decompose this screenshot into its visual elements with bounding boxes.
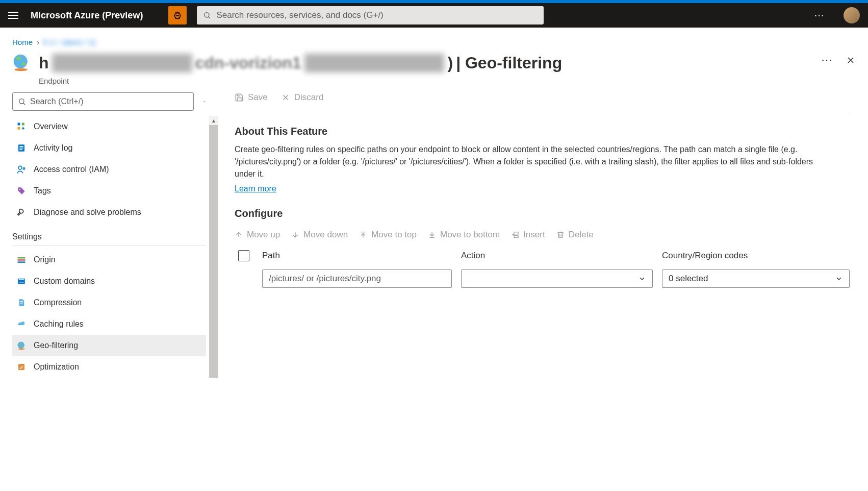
sidebar-item-overview[interactable]: Overview bbox=[12, 116, 206, 137]
action-select[interactable] bbox=[461, 269, 653, 288]
breadcrumb-item-obscured[interactable]: h 1 / bbox=[43, 38, 58, 46]
column-path: Path bbox=[262, 251, 452, 261]
svg-rect-22 bbox=[20, 303, 23, 304]
save-icon bbox=[235, 93, 244, 102]
sidebar-item-access-control[interactable]: Access control (IAM) bbox=[12, 159, 206, 180]
avatar[interactable] bbox=[844, 7, 860, 23]
save-button[interactable]: Save bbox=[235, 92, 268, 103]
about-heading: About This Feature bbox=[235, 126, 850, 137]
svg-rect-26 bbox=[514, 232, 518, 234]
about-description: Create geo-filtering rules on specific p… bbox=[235, 143, 821, 180]
arrow-up-icon bbox=[235, 231, 243, 239]
move-down-button[interactable]: Move down bbox=[291, 230, 348, 240]
sidebar-item-label: Caching rules bbox=[34, 320, 84, 329]
access-control-icon bbox=[16, 164, 27, 175]
geo-filtering-icon bbox=[16, 340, 27, 351]
move-to-top-button[interactable]: Move to top bbox=[359, 230, 417, 240]
tags-icon bbox=[16, 186, 27, 196]
sidebar: Overview Activity log Access control (IA… bbox=[12, 92, 206, 378]
insert-icon bbox=[511, 231, 519, 239]
sidebar-item-compression[interactable]: Compression bbox=[12, 292, 206, 313]
sidebar-item-label: Optimization bbox=[34, 362, 79, 372]
sidebar-item-caching-rules[interactable]: Caching rules bbox=[12, 313, 206, 335]
sidebar-item-label: Access control (IAM) bbox=[34, 165, 109, 174]
svg-rect-5 bbox=[18, 123, 20, 126]
arrow-to-bottom-icon bbox=[428, 231, 436, 239]
global-search-input[interactable] bbox=[216, 10, 538, 20]
debug-button[interactable] bbox=[168, 6, 187, 24]
svg-rect-7 bbox=[18, 127, 20, 130]
breadcrumb-item-obscured-2[interactable]: izion1 / 1) bbox=[62, 38, 95, 46]
close-icon[interactable] bbox=[846, 55, 856, 65]
svg-rect-11 bbox=[19, 149, 22, 150]
discard-button[interactable]: Discard bbox=[281, 92, 324, 103]
sidebar-search-box bbox=[12, 92, 194, 111]
sidebar-item-geo-filtering[interactable]: Geo-filtering bbox=[12, 335, 206, 356]
svg-point-1 bbox=[205, 13, 209, 17]
svg-rect-16 bbox=[18, 259, 25, 261]
sidebar-section-settings: Settings bbox=[12, 223, 206, 246]
sidebar-item-custom-domains[interactable]: www Custom domains bbox=[12, 271, 206, 292]
sidebar-item-label: Tags bbox=[34, 186, 51, 195]
title-more-button[interactable]: ⋯ bbox=[821, 54, 833, 67]
delete-button[interactable]: Delete bbox=[556, 230, 594, 240]
insert-button[interactable]: Insert bbox=[511, 230, 545, 240]
hamburger-menu-icon[interactable] bbox=[8, 9, 20, 21]
svg-rect-9 bbox=[19, 146, 23, 147]
region-select[interactable]: 0 selected bbox=[662, 269, 850, 288]
svg-rect-17 bbox=[18, 261, 25, 263]
sidebar-search-input[interactable] bbox=[30, 97, 188, 106]
column-region: Country/Region codes bbox=[662, 251, 850, 261]
sidebar-item-label: Geo-filtering bbox=[34, 341, 78, 350]
svg-rect-27 bbox=[514, 235, 518, 237]
sidebar-item-label: Activity log bbox=[34, 143, 72, 153]
sidebar-item-origin[interactable]: Origin bbox=[12, 249, 206, 271]
svg-point-2 bbox=[14, 55, 28, 68]
svg-rect-15 bbox=[18, 257, 25, 259]
move-to-bottom-button[interactable]: Move to bottom bbox=[428, 230, 500, 240]
table-header: Path Action Country/Region codes bbox=[235, 245, 850, 266]
learn-more-link[interactable]: Learn more bbox=[235, 184, 276, 193]
global-search-box bbox=[197, 6, 544, 24]
caching-rules-icon bbox=[16, 319, 27, 329]
origin-icon bbox=[16, 255, 27, 265]
main-content: Save Discard About This Feature Create g… bbox=[206, 92, 856, 291]
sidebar-scrollbar[interactable]: ▲ bbox=[209, 116, 218, 378]
overview-icon bbox=[16, 121, 27, 132]
topbar-more-button[interactable]: ⋯ bbox=[814, 9, 825, 21]
topbar: Microsoft Azure (Preview) ⋯ bbox=[0, 3, 868, 28]
breadcrumb: Home › h 1 / izion1 / 1) bbox=[12, 38, 856, 46]
sidebar-item-label: Custom domains bbox=[34, 277, 95, 286]
move-up-button[interactable]: Move up bbox=[235, 230, 280, 240]
svg-rect-10 bbox=[19, 148, 23, 149]
custom-domains-icon: www bbox=[16, 276, 27, 286]
toolbar: Save Discard bbox=[235, 92, 850, 111]
svg-point-14 bbox=[19, 189, 20, 190]
sidebar-item-activity-log[interactable]: Activity log bbox=[12, 137, 206, 159]
sidebar-item-tags[interactable]: Tags bbox=[12, 180, 206, 202]
diagnose-icon bbox=[16, 207, 27, 217]
svg-point-23 bbox=[18, 342, 25, 349]
optimization-icon bbox=[16, 362, 27, 372]
sidebar-item-optimization[interactable]: Optimization bbox=[12, 356, 206, 378]
select-all-checkbox[interactable] bbox=[238, 250, 249, 261]
table-row: 0 selected bbox=[235, 266, 850, 291]
configure-toolbar: Move up Move down Move to top Move to bo… bbox=[235, 230, 850, 240]
svg-rect-21 bbox=[20, 301, 23, 302]
path-input[interactable] bbox=[262, 269, 452, 288]
delete-icon bbox=[556, 231, 565, 239]
page-title: h xxxxxxxxxxxxxxx cdn-vorizion1 xxxxxxxx… bbox=[39, 54, 562, 72]
sidebar-item-diagnose[interactable]: Diagnose and solve problems bbox=[12, 202, 206, 223]
svg-point-12 bbox=[18, 166, 22, 169]
activity-log-icon bbox=[16, 143, 27, 153]
arrow-down-icon bbox=[291, 231, 299, 239]
search-icon bbox=[18, 97, 26, 106]
breadcrumb-home[interactable]: Home bbox=[12, 38, 33, 46]
sidebar-item-label: Diagnose and solve problems bbox=[34, 208, 141, 217]
column-action: Action bbox=[461, 251, 653, 261]
svg-rect-6 bbox=[22, 123, 24, 126]
globe-icon bbox=[12, 54, 31, 72]
bug-icon bbox=[172, 10, 183, 21]
svg-point-4 bbox=[19, 99, 24, 104]
svg-rect-25 bbox=[18, 364, 24, 370]
